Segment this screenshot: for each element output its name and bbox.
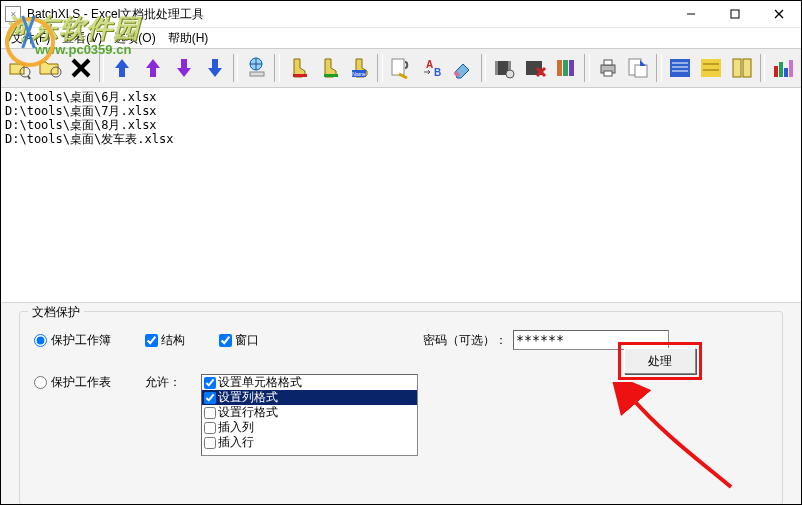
allow-item[interactable]: 设置行格式 — [202, 405, 417, 420]
svg-rect-27 — [563, 60, 568, 76]
protect-panel: 文档保护 保护工作簿 结构 窗口 密码（可选）： — [1, 302, 801, 505]
arrow-down-purple-icon[interactable] — [169, 52, 199, 84]
file-list-item[interactable]: D:\tools\桌面\发车表.xlsx — [5, 132, 797, 146]
svg-rect-12 — [293, 74, 307, 77]
menu-help[interactable]: 帮助(H) — [164, 28, 213, 49]
allow-item[interactable]: 插入行 — [202, 435, 417, 450]
boot-red-icon[interactable] — [283, 52, 313, 84]
radio-label: 保护工作簿 — [51, 332, 111, 349]
browser-icon[interactable] — [241, 52, 271, 84]
titlebar: ✕ BatchXLS - Excel文档批处理工具 — [1, 1, 801, 28]
toolbar-separator — [377, 54, 383, 82]
name-tag-icon[interactable]: Name — [345, 52, 375, 84]
chart-icon[interactable] — [768, 52, 798, 84]
close-button[interactable] — [757, 1, 801, 27]
menu-options[interactable]: 选项(O) — [110, 28, 159, 49]
minimize-button[interactable] — [669, 1, 713, 27]
menu-view[interactable]: 查看(V) — [58, 28, 106, 49]
toolbar-separator — [584, 54, 590, 82]
svg-rect-30 — [604, 60, 612, 65]
svg-line-6 — [28, 76, 30, 79]
process-highlight: 处理 — [618, 342, 702, 380]
toolbar-separator — [656, 54, 662, 82]
toolbar-separator — [481, 54, 487, 82]
svg-rect-26 — [557, 60, 562, 76]
menu-file[interactable]: 文件(F) — [7, 28, 54, 49]
svg-rect-31 — [604, 71, 612, 76]
svg-rect-46 — [789, 60, 793, 77]
checkbox-label: 结构 — [161, 332, 185, 349]
svg-rect-28 — [569, 60, 574, 76]
toolbar-separator — [233, 54, 239, 82]
file-list-item[interactable]: D:\tools\桌面\7月.xlsx — [5, 104, 797, 118]
arrow-up-purple-icon[interactable] — [138, 52, 168, 84]
svg-rect-13 — [324, 74, 338, 77]
blue-panel-icon[interactable] — [665, 52, 695, 84]
allow-listbox[interactable]: 设置单元格格式设置列格式设置行格式插入列插入行 — [201, 374, 418, 456]
app-icon: ✕ — [5, 6, 21, 22]
svg-rect-11 — [250, 72, 264, 76]
attachment-icon[interactable] — [386, 52, 416, 84]
toolbar-separator — [99, 54, 105, 82]
film-delete-icon[interactable] — [520, 52, 550, 84]
allow-item[interactable]: 设置列格式 — [202, 390, 417, 405]
svg-text:B: B — [434, 67, 441, 78]
toolbar: Name AB — [1, 48, 801, 88]
film-gear-icon[interactable] — [489, 52, 519, 84]
open-folder-icon[interactable] — [35, 52, 65, 84]
toolbar-separator — [274, 54, 280, 82]
file-list-item[interactable]: D:\tools\桌面\6月.xlsx — [5, 90, 797, 104]
file-list-item[interactable]: D:\tools\桌面\8月.xlsx — [5, 118, 797, 132]
arrow-down-blue-icon[interactable] — [200, 52, 230, 84]
yellow-panel-icon[interactable] — [696, 52, 726, 84]
radio-protect-sheet[interactable]: 保护工作表 — [34, 374, 111, 391]
toolbar-separator — [760, 54, 766, 82]
radio-protect-workbook[interactable]: 保护工作簿 — [34, 332, 111, 349]
allow-item[interactable]: 插入列 — [202, 420, 417, 435]
radio-label: 保护工作表 — [51, 374, 111, 391]
checkbox-window[interactable]: 窗口 — [219, 332, 259, 349]
window-title: BatchXLS - Excel文档批处理工具 — [27, 6, 669, 23]
delete-icon[interactable] — [66, 52, 96, 84]
password-label: 密码（可选）： — [423, 332, 507, 349]
svg-rect-4 — [10, 64, 24, 74]
checkbox-structure[interactable]: 结构 — [145, 332, 185, 349]
process-button[interactable]: 处理 — [624, 348, 696, 374]
svg-text:Name: Name — [352, 71, 366, 77]
menubar: 文件(F) 查看(V) 选项(O) 帮助(H) — [1, 28, 801, 48]
open-file-icon[interactable] — [4, 52, 34, 84]
allow-label: 允许： — [145, 374, 181, 391]
svg-rect-1 — [731, 10, 739, 18]
svg-rect-42 — [743, 59, 751, 77]
svg-rect-16 — [392, 59, 404, 75]
printer-icon[interactable] — [593, 52, 623, 84]
arrow-up-blue-icon[interactable] — [107, 52, 137, 84]
svg-rect-33 — [635, 65, 647, 77]
books-icon[interactable] — [551, 52, 581, 84]
replace-text-icon[interactable]: AB — [417, 52, 447, 84]
svg-text:A: A — [426, 59, 433, 70]
maximize-button[interactable] — [713, 1, 757, 27]
panel-legend: 文档保护 — [28, 304, 84, 321]
boot-green-icon[interactable] — [314, 52, 344, 84]
svg-rect-41 — [733, 59, 741, 77]
allow-item[interactable]: 设置单元格格式 — [202, 375, 417, 390]
file-list[interactable]: D:\tools\桌面\6月.xlsx D:\tools\桌面\7月.xlsx … — [1, 88, 801, 302]
checkbox-label: 窗口 — [235, 332, 259, 349]
svg-rect-43 — [774, 66, 778, 77]
svg-rect-45 — [784, 68, 788, 77]
svg-rect-38 — [701, 59, 721, 77]
svg-rect-44 — [779, 62, 783, 77]
eraser-icon[interactable] — [448, 52, 478, 84]
dual-doc-icon[interactable] — [727, 52, 757, 84]
svg-rect-34 — [670, 59, 690, 77]
svg-point-22 — [506, 70, 514, 78]
svg-rect-20 — [495, 61, 498, 75]
export-icon[interactable] — [624, 52, 654, 84]
